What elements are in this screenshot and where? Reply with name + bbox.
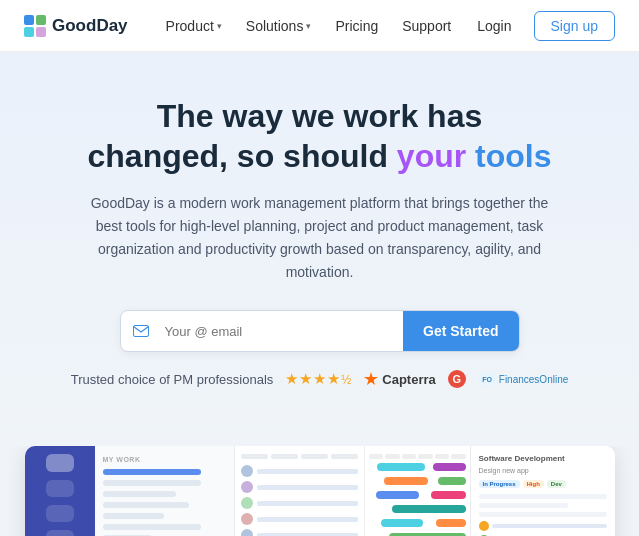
app-mockup: MY WORK PINNED PROJECTS bbox=[25, 446, 615, 536]
gantt-task-list bbox=[235, 446, 365, 536]
task-label bbox=[257, 517, 358, 522]
navbar: GoodDay Product ▾ Solutions ▾ Pricing Su… bbox=[0, 0, 639, 52]
sidebar-icon-chart bbox=[46, 505, 74, 522]
task-label bbox=[257, 485, 358, 490]
mock-task-panel: Software Development Design new app In P… bbox=[470, 446, 615, 536]
gantt-header-dates bbox=[369, 454, 466, 459]
tag-in-progress: In Progress bbox=[479, 480, 520, 488]
chevron-down-icon: ▾ bbox=[306, 21, 311, 31]
section-label-my-work: MY WORK bbox=[103, 456, 226, 463]
avatar bbox=[241, 497, 253, 509]
nav-pricing[interactable]: Pricing bbox=[325, 12, 388, 40]
task-panel-subtitle: Design new app bbox=[479, 467, 607, 474]
sidebar-icon-grid bbox=[46, 480, 74, 497]
trusted-row: Trusted choice of PM professionals ★★★★½… bbox=[24, 370, 615, 388]
svg-rect-4 bbox=[133, 326, 148, 337]
gantt-row bbox=[241, 529, 358, 536]
gantt-bars bbox=[365, 446, 470, 536]
capterra-badge: Capterra bbox=[364, 372, 435, 387]
mock-gantt bbox=[235, 446, 470, 536]
mock-sidebar bbox=[25, 446, 95, 536]
task-panel-title: Software Development bbox=[479, 454, 607, 463]
gantt-bar-row bbox=[369, 477, 466, 485]
gantt-row bbox=[241, 513, 358, 525]
gantt-row bbox=[241, 497, 358, 509]
hero-section: The way we work has changed, so should y… bbox=[0, 52, 639, 446]
nav-right: Login Sign up bbox=[467, 11, 615, 41]
gantt-header bbox=[241, 454, 358, 459]
avatar bbox=[241, 529, 253, 536]
get-started-button[interactable]: Get Started bbox=[403, 311, 518, 351]
trusted-label: Trusted choice of PM professionals bbox=[71, 372, 274, 387]
nav-links: Product ▾ Solutions ▾ Pricing Support bbox=[156, 12, 468, 40]
nav-product[interactable]: Product ▾ bbox=[156, 12, 232, 40]
email-input[interactable] bbox=[161, 312, 404, 351]
logo-icon bbox=[24, 15, 46, 37]
gantt-bar-row bbox=[369, 491, 466, 499]
task-label bbox=[257, 469, 358, 474]
assignee-name bbox=[492, 524, 607, 528]
field-row bbox=[479, 503, 569, 508]
g-icon: G bbox=[448, 370, 466, 388]
star-rating: ★★★★½ bbox=[285, 370, 352, 388]
gantt-bar-row bbox=[369, 505, 466, 513]
g2-badge: G bbox=[448, 370, 466, 388]
field-row bbox=[479, 512, 607, 517]
email-icon bbox=[121, 325, 161, 337]
email-form: Get Started bbox=[120, 310, 520, 352]
svg-rect-2 bbox=[24, 27, 34, 37]
logo-text: GoodDay bbox=[52, 16, 128, 36]
avatar bbox=[241, 513, 253, 525]
svg-text:FO: FO bbox=[482, 376, 492, 383]
login-button[interactable]: Login bbox=[467, 12, 521, 40]
svg-rect-0 bbox=[24, 15, 34, 25]
nav-solutions[interactable]: Solutions ▾ bbox=[236, 12, 322, 40]
task-label bbox=[257, 501, 358, 506]
field-row bbox=[479, 494, 607, 499]
task-row bbox=[103, 524, 201, 530]
nav-support[interactable]: Support bbox=[392, 12, 461, 40]
sidebar-icon-calendar bbox=[46, 530, 74, 536]
sidebar-icon-home bbox=[46, 454, 74, 471]
hero-heading: The way we work has changed, so should y… bbox=[24, 96, 615, 176]
mock-task-list: MY WORK PINNED PROJECTS bbox=[95, 446, 235, 536]
gantt-row bbox=[241, 481, 358, 493]
avatar bbox=[241, 481, 253, 493]
screenshot-area: MY WORK PINNED PROJECTS bbox=[0, 446, 639, 536]
assignee-avatar bbox=[479, 521, 489, 531]
gantt-bar-row bbox=[369, 519, 466, 527]
task-row bbox=[103, 480, 201, 486]
avatar bbox=[241, 465, 253, 477]
task-row-active bbox=[103, 469, 201, 475]
chevron-down-icon: ▾ bbox=[217, 21, 222, 31]
signup-button[interactable]: Sign up bbox=[534, 11, 615, 41]
tag-dev: Dev bbox=[547, 480, 566, 488]
task-tags: In Progress High Dev bbox=[479, 480, 607, 488]
gantt-row bbox=[241, 465, 358, 477]
svg-rect-1 bbox=[36, 15, 46, 25]
task-row bbox=[103, 502, 189, 508]
logo[interactable]: GoodDay bbox=[24, 15, 128, 37]
finances-badge: FO FinancesOnline bbox=[478, 372, 568, 386]
hero-subtitle: GoodDay is a modern work management plat… bbox=[80, 192, 560, 284]
gantt-bar-row bbox=[369, 463, 466, 471]
tag-high: High bbox=[523, 480, 544, 488]
svg-rect-3 bbox=[36, 27, 46, 37]
assignee-row bbox=[479, 521, 607, 531]
task-row bbox=[103, 513, 165, 519]
task-row bbox=[103, 491, 177, 497]
